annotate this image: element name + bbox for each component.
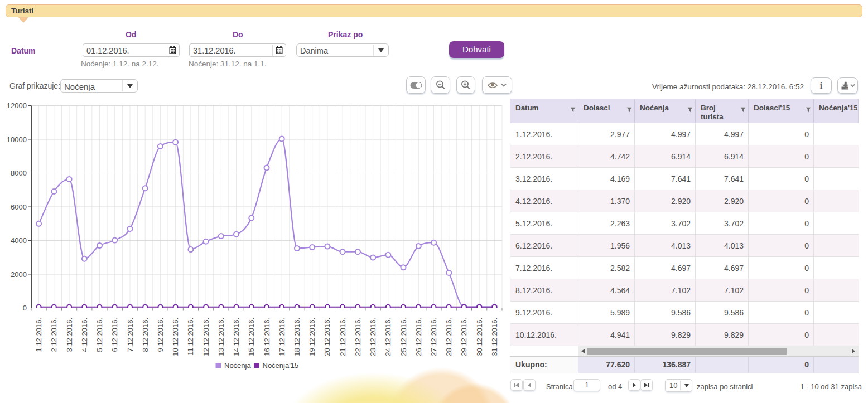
svg-text:9.12.2016.: 9.12.2016. bbox=[156, 318, 165, 352]
svg-text:31.12.2016.: 31.12.2016. bbox=[490, 318, 499, 356]
svg-text:30.12.2016.: 30.12.2016. bbox=[475, 318, 484, 356]
svg-text:2.12.2016.: 2.12.2016. bbox=[50, 318, 58, 352]
svg-text:18.12.2016.: 18.12.2016. bbox=[293, 318, 301, 356]
svg-text:26.12.2016.: 26.12.2016. bbox=[414, 318, 423, 356]
svg-text:6.12.2016.: 6.12.2016. bbox=[110, 318, 119, 352]
svg-text:0: 0 bbox=[23, 304, 27, 312]
svg-text:4.12.2016.: 4.12.2016. bbox=[80, 318, 89, 352]
svg-text:14.12.2016.: 14.12.2016. bbox=[232, 318, 240, 356]
svg-text:11.12.2016.: 11.12.2016. bbox=[186, 318, 195, 356]
svg-text:3.12.2016.: 3.12.2016. bbox=[65, 318, 74, 352]
svg-text:12000: 12000 bbox=[7, 101, 27, 110]
svg-text:17.12.2016.: 17.12.2016. bbox=[278, 318, 286, 356]
svg-text:22.12.2016.: 22.12.2016. bbox=[354, 318, 362, 356]
svg-text:27.12.2016.: 27.12.2016. bbox=[430, 318, 438, 356]
svg-text:23.12.2016.: 23.12.2016. bbox=[369, 318, 377, 356]
svg-text:1.12.2016.: 1.12.2016. bbox=[35, 318, 43, 352]
svg-text:12.12.2016.: 12.12.2016. bbox=[202, 318, 210, 356]
svg-text:8.12.2016.: 8.12.2016. bbox=[141, 318, 150, 352]
svg-text:Noćenja'15: Noćenja'15 bbox=[263, 361, 299, 370]
svg-text:15.12.2016.: 15.12.2016. bbox=[247, 318, 255, 356]
svg-text:13.12.2016.: 13.12.2016. bbox=[217, 318, 225, 356]
svg-text:20.12.2016.: 20.12.2016. bbox=[323, 318, 331, 356]
svg-text:25.12.2016.: 25.12.2016. bbox=[399, 318, 408, 356]
svg-text:8000: 8000 bbox=[11, 169, 27, 177]
svg-text:10000: 10000 bbox=[7, 135, 27, 144]
svg-text:21.12.2016.: 21.12.2016. bbox=[339, 318, 347, 356]
svg-text:10.12.2016.: 10.12.2016. bbox=[171, 318, 180, 356]
svg-text:4000: 4000 bbox=[11, 236, 27, 245]
svg-text:7.12.2016.: 7.12.2016. bbox=[126, 318, 134, 352]
svg-text:29.12.2016.: 29.12.2016. bbox=[460, 318, 468, 356]
svg-text:28.12.2016.: 28.12.2016. bbox=[445, 318, 453, 356]
svg-text:Noćenja: Noćenja bbox=[224, 361, 251, 370]
svg-text:19.12.2016.: 19.12.2016. bbox=[308, 318, 316, 356]
svg-text:6000: 6000 bbox=[11, 203, 27, 211]
svg-text:5.12.2016.: 5.12.2016. bbox=[95, 318, 104, 352]
svg-text:2000: 2000 bbox=[11, 270, 27, 279]
svg-text:16.12.2016.: 16.12.2016. bbox=[263, 318, 271, 356]
svg-text:24.12.2016.: 24.12.2016. bbox=[384, 318, 392, 356]
